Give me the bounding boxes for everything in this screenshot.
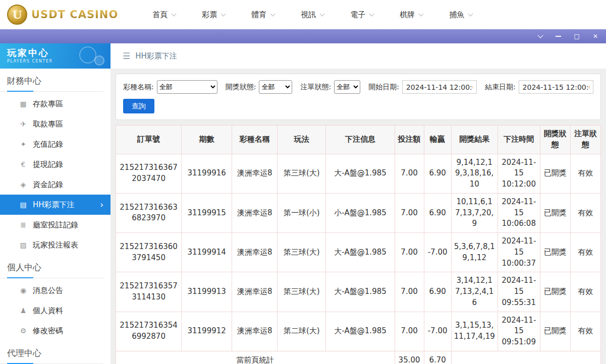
table-cell: 2152173163672037470 xyxy=(116,154,182,193)
table-cell: 31199912 xyxy=(182,312,232,351)
table-row: 215217316363682397031199915澳洲幸运8第一球(小)小-… xyxy=(116,193,601,232)
sidebar: 玩家中心 PLAYERS CENTER 財務中心▦存款專區✈取款專區✦充值記錄€… xyxy=(0,43,111,364)
lottery-name-select[interactable]: 全部 xyxy=(157,80,217,94)
summary-empty-cell xyxy=(451,351,600,364)
bell-icon: ◉ xyxy=(18,286,28,294)
nav-item-label: 電子 xyxy=(350,10,365,20)
nav-item-label: 捕魚 xyxy=(449,10,464,20)
sidebar-item-deposit[interactable]: ▦存款專區 xyxy=(0,94,111,114)
sidebar-item-label: 資金記錄 xyxy=(33,180,63,190)
summary-row: 當前頁統計35.006.70 xyxy=(116,351,601,364)
sidebar-item-label: 取款專區 xyxy=(33,119,63,129)
nav-item[interactable]: 彩票 xyxy=(202,10,225,20)
nav-item-label: 視訊 xyxy=(301,10,316,20)
breadcrumb: HH彩票下注 xyxy=(135,51,177,61)
chevron-down-icon xyxy=(369,11,374,16)
sidebar-item-change-password[interactable]: ⚙修改密碼 xyxy=(0,321,111,341)
sidebar-item-recharge-records[interactable]: ✦充值記錄 xyxy=(0,134,111,154)
bet-status-select[interactable]: 全部 xyxy=(334,80,360,94)
table-cell: 小-A盤@1.985 xyxy=(326,193,395,232)
sidebar-item-label: HH彩票下注 xyxy=(33,200,75,210)
sidebar-item-announcements[interactable]: ◉消息公告 xyxy=(0,280,111,300)
table-cell: 第二球(大) xyxy=(278,312,326,351)
sidebar-item-label: 廳室投註記錄 xyxy=(33,220,78,230)
table-row: 215217316354699287031199912澳洲幸运8第二球(大)大-… xyxy=(116,312,601,351)
logo[interactable]: U USDT CASINO xyxy=(7,5,118,25)
poker-chip-decoration xyxy=(79,46,96,64)
nav-item[interactable]: 體育 xyxy=(251,10,274,20)
sidebar-section-header: 代理中心 xyxy=(0,341,103,364)
window-chevron-down-icon[interactable] xyxy=(538,35,542,37)
sidebar-item-player-bet-report[interactable]: ▨玩家投注報表 xyxy=(0,235,111,255)
window-maximize-icon[interactable]: □ xyxy=(574,33,580,39)
nav-item-label: 棋牌 xyxy=(400,10,415,20)
coin-icon: € xyxy=(18,160,28,168)
bet-status-label: 注單狀態: xyxy=(300,83,331,92)
dice-decoration xyxy=(94,55,104,66)
breadcrumb-bar: ☰ HH彩票下注 xyxy=(111,43,606,69)
summary-winloss-total: 6.70 xyxy=(424,351,451,364)
start-date-input[interactable] xyxy=(402,80,477,94)
table-cell: 2024-11-15 10:12:00 xyxy=(498,154,540,193)
report-icon: ▨ xyxy=(18,241,28,249)
top-header: U USDT CASINO 首頁彩票體育視訊電子棋牌捕魚 xyxy=(0,0,606,29)
end-date-input[interactable] xyxy=(519,80,593,94)
table-cell: 3,1,15,13,11,17,4,19 xyxy=(451,312,498,351)
window-minimize-icon[interactable] xyxy=(556,36,561,37)
table-row: 215217316357311413031199913澳洲幸运8第三球(大)大-… xyxy=(116,272,601,312)
nav-item[interactable]: 首頁 xyxy=(152,10,176,20)
sidebar-item-label: 消息公告 xyxy=(33,286,63,295)
column-header: 彩種名稱 xyxy=(232,126,278,154)
sidebar-item-profile[interactable]: ♟個人資料 xyxy=(0,300,111,321)
table-cell: 第三球(大) xyxy=(278,154,326,193)
sidebar-item-room-bet-records[interactable]: ≣廳室投註記錄 xyxy=(0,215,111,235)
ticket-icon: ▤ xyxy=(18,201,28,209)
nav-item[interactable]: 電子 xyxy=(350,10,373,20)
table-cell: 澳洲幸运8 xyxy=(232,193,278,232)
column-header: 玩法 xyxy=(278,126,326,154)
table-cell: 有效 xyxy=(570,272,600,312)
table-cell: 已開獎 xyxy=(540,233,570,272)
table-cell: 31199913 xyxy=(182,272,232,312)
menu-toggle-icon[interactable]: ☰ xyxy=(123,51,130,61)
column-header: 輸贏 xyxy=(424,126,451,154)
chevron-down-icon xyxy=(221,11,226,16)
funds-icon: ◈ xyxy=(18,180,28,189)
sidebar-item-label: 玩家投注報表 xyxy=(33,240,78,250)
sidebar-header: 玩家中心 PLAYERS CENTER xyxy=(0,43,111,69)
sidebar-item-hh-lottery-bets[interactable]: ▤HH彩票下注› xyxy=(0,195,111,215)
search-button[interactable]: 查詢 xyxy=(123,99,154,113)
person-icon: ♟ xyxy=(18,307,28,315)
column-header: 下注信息 xyxy=(326,126,395,154)
table-cell: -7.00 xyxy=(424,233,451,272)
table-cell: 澳洲幸运8 xyxy=(232,272,278,312)
table-cell: 7.00 xyxy=(395,193,424,232)
nav-item[interactable]: 棋牌 xyxy=(400,10,423,20)
nav-item[interactable]: 視訊 xyxy=(301,10,324,20)
table-cell: 第一球(小) xyxy=(278,193,326,232)
window-close-icon[interactable]: ✕ xyxy=(593,33,598,39)
sidebar-item-label: 存款專區 xyxy=(33,99,63,109)
transfer-icon: ✈ xyxy=(18,120,28,128)
table-cell: 5,3,6,7,8,19,1,12 xyxy=(451,233,498,272)
table-cell: 澳洲幸运8 xyxy=(232,154,278,193)
chevron-right-icon: › xyxy=(100,200,103,210)
table-cell: 3,14,12,17,13,2,4,16 xyxy=(451,272,498,312)
table-cell: 6.90 xyxy=(424,154,451,193)
main-content: ☰ HH彩票下注 彩種名稱: 全部 開獎狀態: 全部 注單狀態: 全部 xyxy=(111,43,606,364)
bet-table: 訂單號期數彩種名稱玩法下注信息投注額輸贏開獎結果下注時間開獎狀態注單狀態2152… xyxy=(116,125,601,364)
table-cell: 有效 xyxy=(570,233,600,272)
sidebar-item-withdrawal-records[interactable]: €提現記錄 xyxy=(0,154,111,174)
sidebar-item-withdraw[interactable]: ✈取款專區 xyxy=(0,114,111,134)
column-header: 開獎結果 xyxy=(451,126,498,154)
sidebar-item-label: 提現記錄 xyxy=(33,160,63,169)
table-cell: 第三球(大) xyxy=(278,272,326,312)
nav-item[interactable]: 捕魚 xyxy=(449,10,472,20)
logo-text: USDT CASINO xyxy=(31,9,118,21)
sidebar-item-fund-records[interactable]: ◈資金記錄 xyxy=(0,174,111,195)
sidebar-section-header: 個人中心 xyxy=(0,255,103,278)
draw-status-select[interactable]: 全部 xyxy=(259,80,292,94)
nav-item-label: 體育 xyxy=(251,10,266,20)
table-cell: 有效 xyxy=(570,193,600,232)
table-cell: 31199914 xyxy=(182,233,232,272)
